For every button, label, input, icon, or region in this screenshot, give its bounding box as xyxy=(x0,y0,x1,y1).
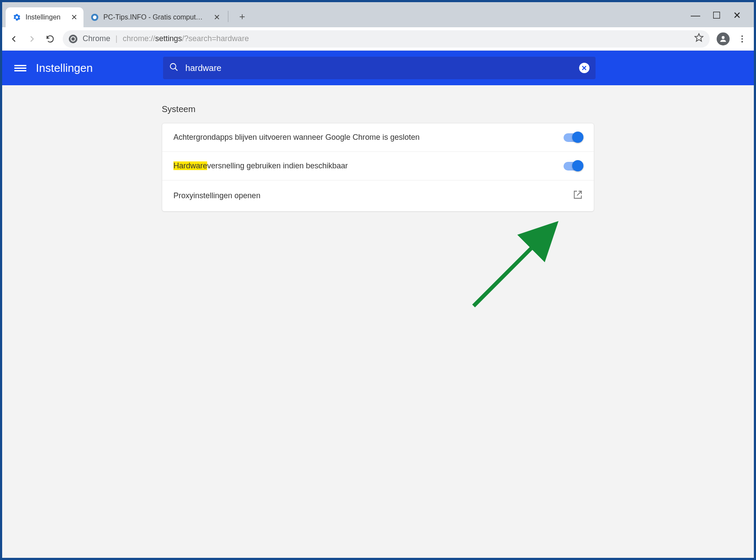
svg-line-7 xyxy=(474,224,556,306)
bookmark-star-icon[interactable] xyxy=(694,33,704,45)
settings-header: Instellingen ✕ xyxy=(2,51,754,85)
reload-button[interactable] xyxy=(45,33,56,45)
row-proxy-settings[interactable]: Proxyinstellingen openen xyxy=(162,180,594,211)
svg-point-5 xyxy=(741,41,743,42)
settings-search-bar[interactable]: ✕ xyxy=(163,57,596,79)
row-background-apps[interactable]: Achtergrondapps blijven uitvoeren wannee… xyxy=(162,123,594,152)
browser-tab-strip: Instellingen ✕ PC-Tips.INFO - Gratis com… xyxy=(2,2,754,27)
profile-icon[interactable] xyxy=(717,32,730,45)
site-icon xyxy=(90,13,99,22)
back-button[interactable] xyxy=(8,33,19,45)
window-controls: — ☐ ✕ xyxy=(691,6,750,21)
row-hardware-acceleration[interactable]: Hardwareversnelling gebruiken indien bes… xyxy=(162,152,594,180)
row-label: Proxyinstellingen openen xyxy=(173,191,260,200)
new-tab-button[interactable]: ＋ xyxy=(234,9,250,24)
tab-close-icon[interactable]: ✕ xyxy=(71,13,77,22)
kebab-menu-icon[interactable] xyxy=(737,33,748,45)
section-title: Systeem xyxy=(162,104,594,114)
address-separator: | xyxy=(115,34,118,43)
settings-card: Achtergrondapps blijven uitvoeren wannee… xyxy=(162,123,594,212)
address-protocol: Chrome xyxy=(83,34,110,43)
tab-pctips[interactable]: PC-Tips.INFO - Gratis computer t ✕ xyxy=(83,7,226,27)
svg-point-3 xyxy=(741,35,743,37)
tab-title: PC-Tips.INFO - Gratis computer t xyxy=(103,13,203,21)
tab-title: Instellingen xyxy=(26,13,61,21)
toggle-hardware-acceleration[interactable] xyxy=(564,162,583,171)
section-system: Systeem Achtergrondapps blijven uitvoere… xyxy=(162,104,594,212)
svg-point-2 xyxy=(722,36,725,39)
tab-close-icon[interactable]: ✕ xyxy=(214,13,220,22)
forward-button[interactable] xyxy=(26,33,38,45)
address-bar[interactable]: Chrome | chrome://settings/?search=hardw… xyxy=(63,30,710,48)
chrome-icon xyxy=(69,35,77,43)
row-label: Achtergrondapps blijven uitvoeren wannee… xyxy=(173,133,420,142)
external-link-icon xyxy=(573,190,583,202)
page-title: Instellingen xyxy=(36,61,93,75)
close-window-icon[interactable]: ✕ xyxy=(733,10,741,21)
tab-separator xyxy=(228,11,228,22)
svg-point-6 xyxy=(170,64,176,69)
clear-search-icon[interactable]: ✕ xyxy=(579,63,589,73)
svg-point-4 xyxy=(741,38,743,40)
annotation-arrow xyxy=(469,215,569,310)
address-url: chrome://settings/?search=hardware xyxy=(123,34,689,43)
hamburger-menu-icon[interactable] xyxy=(14,64,26,72)
search-highlight: Hardware xyxy=(173,161,207,170)
tab-settings[interactable]: Instellingen ✕ xyxy=(6,7,83,27)
toggle-background-apps[interactable] xyxy=(564,133,583,142)
browser-toolbar: Chrome | chrome://settings/?search=hardw… xyxy=(2,27,754,51)
maximize-icon[interactable]: ☐ xyxy=(712,10,721,21)
settings-content: Systeem Achtergrondapps blijven uitvoere… xyxy=(2,85,754,558)
settings-search-input[interactable] xyxy=(186,63,572,73)
row-label: Hardwareversnelling gebruiken indien bes… xyxy=(173,161,348,171)
gear-icon xyxy=(13,13,21,22)
svg-point-1 xyxy=(93,16,96,19)
minimize-icon[interactable]: — xyxy=(691,10,700,21)
search-icon xyxy=(169,62,179,74)
